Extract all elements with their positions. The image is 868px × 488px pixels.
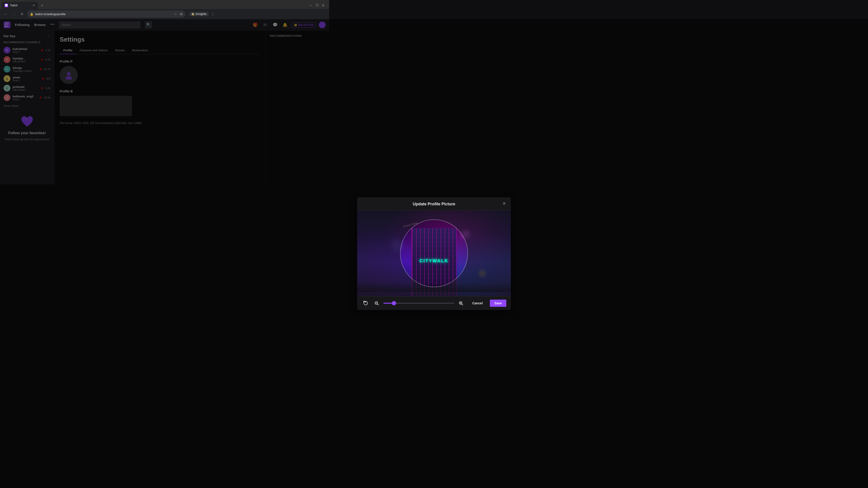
browser-menu-button[interactable]: ⋮ — [211, 11, 215, 17]
modal-overlay: Update Profile Picture ✕ Coca-Cola — [0, 19, 329, 184]
browser-chrome: Twitch ✕ + ─ ❐ ✕ ← → ↻ 🔒 twitch.tv/setti… — [0, 0, 329, 19]
window-controls: ─ ❐ ✕ — [309, 4, 327, 7]
incognito-badge: 🕵 Incognito — [189, 12, 209, 16]
tab-close-button[interactable]: ✕ — [32, 3, 35, 7]
address-text: twitch.tv/settings/profile — [35, 12, 66, 16]
reload-button[interactable]: ↻ — [19, 11, 25, 17]
address-bar-icons: ☆ ⊞ — [174, 12, 183, 16]
address-bar-row: ← → ↻ 🔒 twitch.tv/settings/profile ☆ ⊞ 🕵… — [0, 9, 329, 19]
back-button[interactable]: ← — [3, 11, 9, 17]
extensions-icon[interactable]: ⊞ — [180, 12, 183, 16]
tab-title: Twitch — [10, 4, 30, 7]
close-window-button[interactable]: ✕ — [322, 4, 324, 7]
forward-button[interactable]: → — [11, 11, 17, 17]
address-bar[interactable]: 🔒 twitch.tv/settings/profile ☆ ⊞ — [27, 10, 185, 18]
browser-tab[interactable]: Twitch ✕ — [2, 2, 38, 9]
browser-right-controls: 🕵 Incognito ⋮ — [189, 11, 215, 17]
tab-favicon — [4, 4, 8, 7]
tab-bar: Twitch ✕ + ─ ❐ ✕ — [0, 0, 329, 9]
lock-icon: 🔒 — [30, 12, 33, 16]
maximize-button[interactable]: ❐ — [315, 4, 318, 7]
minimize-button[interactable]: ─ — [309, 4, 312, 7]
bookmark-icon[interactable]: ☆ — [174, 12, 177, 16]
incognito-icon: 🕵 — [191, 12, 195, 15]
new-tab-button[interactable]: + — [39, 2, 45, 8]
